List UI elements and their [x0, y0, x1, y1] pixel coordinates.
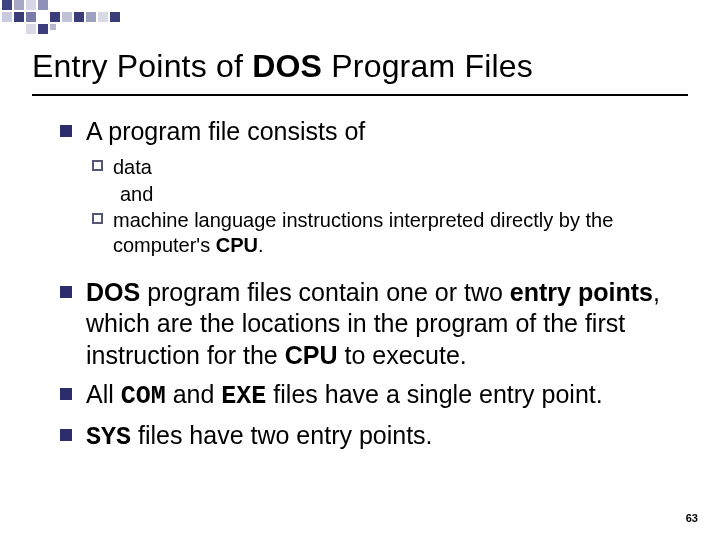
b2-cpu: CPU — [285, 341, 338, 369]
b3-exe: EXE — [221, 382, 266, 411]
bullet-square-icon — [60, 388, 72, 400]
sub-data-text: data — [113, 155, 152, 181]
b2-dos: DOS — [86, 278, 140, 306]
b3-pre: All — [86, 380, 121, 408]
and-text: and — [120, 183, 678, 206]
sub-bullet-data: data — [92, 155, 678, 181]
bullet-group-2: DOS program files contain one or two ent… — [60, 277, 678, 453]
bullet-square-icon — [60, 125, 72, 137]
title-post: Program Files — [322, 48, 533, 84]
bullet-3: All COM and EXE files have a single entr… — [60, 379, 678, 412]
bullet-square-icon — [60, 286, 72, 298]
b3-and: and — [166, 380, 222, 408]
bullet-square-icon — [60, 429, 72, 441]
bullet-outline-icon — [92, 213, 103, 224]
content-area: A program file consists of data and mach… — [60, 116, 678, 461]
bullet-3-text: All COM and EXE files have a single entr… — [86, 379, 603, 412]
b2-post: to execute. — [338, 341, 467, 369]
b4-post: files have two entry points. — [131, 421, 433, 449]
bullet-outline-icon — [92, 160, 103, 171]
title-underline — [32, 94, 688, 96]
sub-machine-cpu: CPU — [216, 234, 258, 256]
b4-sys: SYS — [86, 423, 131, 452]
sub-bullets: data and machine language instructions i… — [92, 155, 678, 259]
b3-com: COM — [121, 382, 166, 411]
bullet-2: DOS program files contain one or two ent… — [60, 277, 678, 371]
sub-bullet-machine: machine language instructions interprete… — [92, 208, 678, 259]
sub-machine-post: . — [258, 234, 264, 256]
bullet-2-text: DOS program files contain one or two ent… — [86, 277, 678, 371]
b2-mid1: program files contain one or two — [140, 278, 510, 306]
sub-machine-pre: machine language instructions interprete… — [113, 209, 613, 257]
bullet-4-text: SYS files have two entry points. — [86, 420, 433, 453]
b3-post: files have a single entry point. — [266, 380, 602, 408]
bullet-1: A program file consists of — [60, 116, 678, 147]
bullet-4: SYS files have two entry points. — [60, 420, 678, 453]
b2-entry: entry points — [510, 278, 653, 306]
bullet-1-text: A program file consists of — [86, 116, 365, 147]
sub-machine-text: machine language instructions interprete… — [113, 208, 678, 259]
title-dos: DOS — [252, 48, 322, 84]
page-number: 63 — [686, 512, 698, 524]
slide-title: Entry Points of DOS Program Files — [32, 48, 533, 85]
title-pre: Entry Points of — [32, 48, 252, 84]
